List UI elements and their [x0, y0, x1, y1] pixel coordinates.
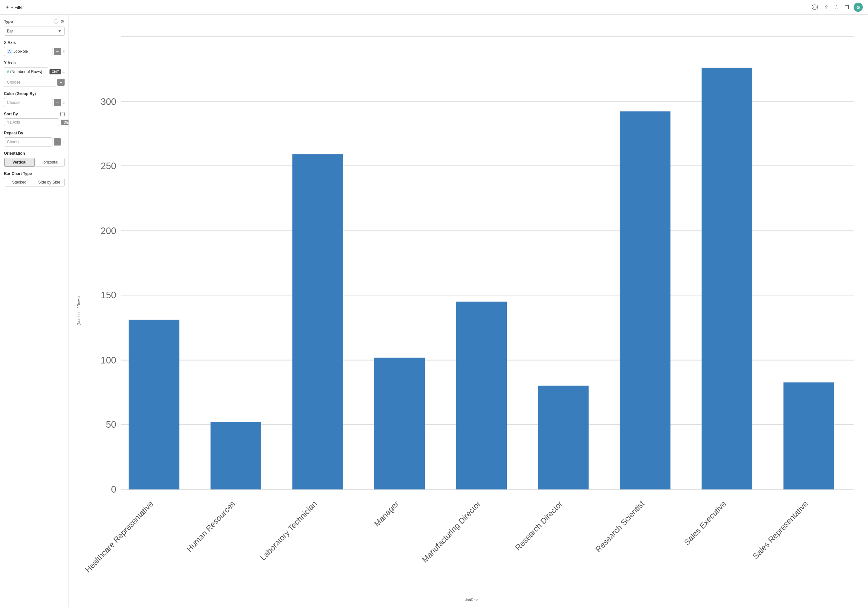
svg-text:250: 250 — [101, 160, 116, 171]
svg-text:Human Resources: Human Resources — [185, 499, 237, 554]
yaxis-type-icon: # — [7, 70, 9, 74]
color-placeholder: Choose... — [7, 100, 23, 105]
barchart-type-section: Bar Chart Type Stacked Side by Side — [4, 172, 65, 186]
sortby-checkbox[interactable] — [60, 112, 65, 116]
bar-salesexec[interactable] — [702, 68, 753, 490]
bar-humanresources[interactable] — [211, 422, 261, 489]
chart-type-buttons: Stacked Side by Side — [4, 178, 65, 186]
sortby-header: Sort By — [4, 112, 65, 116]
svg-text:Research Director: Research Director — [514, 499, 564, 553]
upload-icon-button[interactable]: ⇧ — [823, 3, 830, 12]
top-bar-left: ＋ + Filter — [5, 4, 24, 10]
svg-text:100: 100 — [101, 354, 116, 365]
repeatby-placeholder: Choose... — [7, 139, 23, 144]
repeatby-title: Repeat By — [4, 131, 23, 135]
barchart-type-title: Bar Chart Type — [4, 172, 32, 176]
filter-icon: ＋ — [5, 4, 9, 10]
stacked-button[interactable]: Stacked — [4, 178, 34, 186]
repeatby-header: Repeat By — [4, 131, 65, 135]
repeatby-row: Choose... − ≡ — [4, 137, 65, 147]
yaxis-add-button[interactable]: − — [57, 79, 65, 86]
color-drag-handle[interactable]: ≡ — [62, 100, 65, 105]
download-icon-button[interactable]: ⇩ — [833, 3, 840, 12]
bar-manufacturing[interactable] — [456, 302, 507, 489]
xaxis-type-icon: A — [7, 49, 12, 54]
repeatby-drag-handle[interactable]: ≡ — [62, 139, 65, 144]
yaxis-header: Y Axis — [4, 60, 65, 65]
svg-text:Sales Executive: Sales Executive — [682, 499, 728, 547]
xaxis-title: X Axis — [4, 40, 16, 45]
bar-researchdir[interactable] — [538, 386, 589, 490]
type-selected: Bar — [7, 29, 13, 33]
orientation-section: Orientation Vertical Horizontal — [4, 151, 65, 167]
orientation-buttons: Vertical Horizontal — [4, 158, 65, 167]
xaxis-header: X Axis — [4, 40, 65, 45]
y-axis-label: (Number of Rows) — [75, 20, 82, 602]
svg-text:150: 150 — [101, 290, 116, 300]
orientation-vertical-button[interactable]: Vertical — [4, 158, 35, 167]
bar-chart-svg: 0 50 100 150 200 250 300 — [82, 20, 862, 596]
xaxis-drag-handle[interactable]: ≡ — [62, 49, 65, 54]
color-header: Color (Group By) — [4, 91, 65, 96]
sort-field-input[interactable] — [4, 118, 59, 126]
bar-salesrep[interactable] — [783, 382, 834, 490]
sortby-checkbox-row — [60, 112, 65, 116]
sort-direction-button[interactable]: DESC — [61, 120, 69, 125]
bar-manager[interactable] — [374, 358, 425, 489]
xaxis-remove-button[interactable]: − — [54, 48, 61, 55]
svg-text:300: 300 — [101, 96, 116, 107]
svg-text:0: 0 — [111, 484, 116, 495]
main-content: Type ⓘ ⚙ Bar ▼ X Axis A — [0, 15, 868, 607]
yaxis-drag-handle[interactable]: ≡ — [62, 70, 65, 74]
type-section: Type ⓘ ⚙ Bar ▼ — [4, 19, 65, 36]
sortby-section: Sort By DESC — [4, 112, 65, 126]
repeatby-field[interactable]: Choose... — [4, 137, 53, 147]
top-bar-right: 💬 ⇧ ⇩ ❐ G — [810, 3, 863, 12]
xaxis-field[interactable]: A JobRole — [4, 47, 53, 56]
yaxis-field[interactable]: # (Number of Rows) — [4, 67, 48, 76]
side-by-side-button[interactable]: Side by Side — [34, 178, 65, 186]
type-section-header: Type ⓘ ⚙ — [4, 19, 65, 25]
bar-chart-wrapper: (Number of Rows) — [75, 20, 862, 602]
color-remove-button[interactable]: − — [54, 99, 61, 106]
yaxis-add-row: Choose... − — [4, 78, 65, 87]
orientation-header: Orientation — [4, 151, 65, 156]
svg-text:50: 50 — [106, 418, 116, 430]
bar-researchsci[interactable] — [620, 111, 671, 489]
x-axis-label: JobRole — [82, 598, 862, 602]
chevron-down-icon: ▼ — [58, 29, 62, 33]
repeatby-section: Repeat By Choose... − ≡ — [4, 131, 65, 147]
orientation-title: Orientation — [4, 151, 25, 156]
svg-text:Laboratory Technician: Laboratory Technician — [259, 499, 319, 562]
yaxis-section: Y Axis # (Number of Rows) CNT ≡ Choose..… — [4, 60, 65, 87]
yaxis-cnt-button[interactable]: CNT — [50, 69, 61, 74]
color-field[interactable]: Choose... — [4, 98, 53, 107]
top-bar: ＋ + Filter 💬 ⇧ ⇩ ❐ G — [0, 0, 868, 15]
yaxis-title: Y Axis — [4, 60, 16, 65]
app-container: ＋ + Filter 💬 ⇧ ⇩ ❐ G Type ⓘ ⚙ — [0, 0, 868, 607]
filter-button[interactable]: ＋ + Filter — [5, 4, 24, 10]
color-section: Color (Group By) Choose... − ≡ — [4, 91, 65, 107]
svg-text:Manufacturing Director: Manufacturing Director — [420, 499, 482, 564]
type-dropdown[interactable]: Bar ▼ — [4, 26, 65, 36]
settings-icon[interactable]: ⚙ — [60, 19, 65, 24]
yaxis-add-field[interactable]: Choose... — [4, 78, 56, 87]
barchart-type-header: Bar Chart Type — [4, 172, 65, 176]
avatar: G — [854, 3, 863, 12]
help-icon[interactable]: ⓘ — [54, 19, 58, 25]
svg-text:Healthcare Representative: Healthcare Representative — [84, 499, 155, 574]
sortby-title: Sort By — [4, 112, 18, 116]
svg-text:Sales Representative: Sales Representative — [751, 499, 809, 561]
sort-row: DESC — [4, 118, 65, 126]
chart-svg-area: 0 50 100 150 200 250 300 — [82, 20, 862, 596]
orientation-horizontal-button[interactable]: Horizontal — [35, 158, 65, 167]
filter-label: + Filter — [11, 5, 24, 10]
comment-icon-button[interactable]: 💬 — [810, 3, 820, 12]
repeatby-remove-button[interactable]: − — [54, 138, 61, 146]
bar-healthcare[interactable] — [129, 320, 180, 490]
bar-labtech[interactable] — [292, 154, 343, 490]
yaxis-placeholder: Choose... — [7, 80, 23, 85]
color-title: Color (Group By) — [4, 91, 36, 96]
expand-icon-button[interactable]: ❐ — [843, 3, 850, 12]
svg-text:Research Scientist: Research Scientist — [594, 499, 646, 554]
